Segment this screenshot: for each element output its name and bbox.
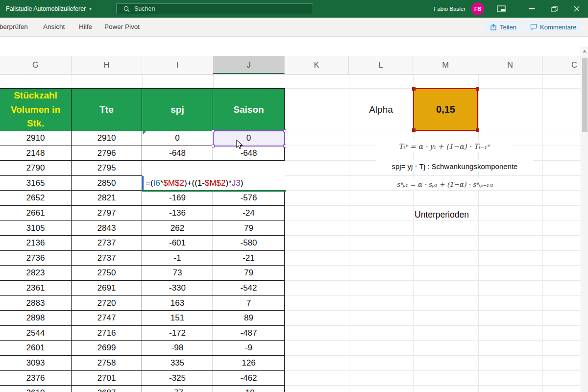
selection-handle[interactable] bbox=[212, 129, 215, 132]
table-cell-j[interactable]: 79 bbox=[213, 221, 285, 236]
vertical-scrollbar[interactable] bbox=[581, 47, 588, 392]
table-cell-h[interactable]: 2747 bbox=[72, 311, 142, 326]
column-header-n[interactable]: N bbox=[478, 56, 542, 74]
table-cell-j[interactable]: -576 bbox=[213, 191, 285, 206]
table-cell-g[interactable]: 2610 bbox=[0, 386, 72, 392]
table-cell-i[interactable]: 151 bbox=[142, 311, 213, 326]
table-header-stueckzahl[interactable]: Stückzahl Volumen in Stk. bbox=[0, 89, 72, 131]
selection-handle[interactable] bbox=[476, 87, 479, 91]
table-cell-i[interactable]: -330 bbox=[142, 281, 213, 296]
table-cell-j[interactable]: -9 bbox=[213, 341, 285, 356]
table-cell-g[interactable]: 2361 bbox=[0, 281, 72, 296]
table-cell-g[interactable]: 2376 bbox=[0, 371, 72, 386]
table-cell-g[interactable]: 2601 bbox=[0, 341, 72, 356]
column-header-j-selected[interactable]: J bbox=[213, 56, 285, 74]
selection-handle[interactable] bbox=[412, 87, 416, 91]
table-cell-g[interactable]: 2883 bbox=[0, 296, 72, 311]
table-cell-i[interactable]: 0 bbox=[142, 131, 213, 146]
table-cell-g[interactable]: 3105 bbox=[0, 221, 72, 236]
equation-season[interactable]: sᵉₚ₁ = α · sₚ₁ + (1−α) · sᵉ₍ₚ₋₁₎₁ bbox=[385, 178, 505, 190]
table-header-spj[interactable]: spj bbox=[142, 89, 213, 131]
table-cell-g[interactable]: 2136 bbox=[0, 236, 72, 251]
ribbon-tab-hilfe[interactable]: Hilfe bbox=[79, 18, 92, 36]
table-cell-i[interactable]: -601 bbox=[142, 236, 213, 251]
table-cell-j[interactable]: -21 bbox=[213, 251, 285, 266]
table-cell-g[interactable]: 2544 bbox=[0, 326, 72, 341]
table-cell-g[interactable]: 2910 bbox=[0, 131, 72, 146]
table-cell-i[interactable]: -325 bbox=[142, 371, 213, 386]
table-cell-j[interactable]: -10 bbox=[213, 386, 285, 392]
workbook-title-menu[interactable]: Fallstudie Automobilzulieferer ▾ bbox=[6, 0, 92, 18]
table-cell-h[interactable]: 2821 bbox=[72, 191, 142, 206]
table-header-tte[interactable]: Tte bbox=[72, 89, 142, 131]
table-cell-g[interactable]: 2736 bbox=[0, 251, 72, 266]
table-cell-g[interactable]: 2898 bbox=[0, 311, 72, 326]
table-cell-i[interactable]: -648 bbox=[142, 146, 213, 161]
table-cell-i[interactable]: 163 bbox=[142, 296, 213, 311]
table-cell-g[interactable]: 2790 bbox=[0, 161, 72, 176]
column-header-i[interactable]: I bbox=[142, 56, 213, 74]
table-cell-g[interactable]: 2823 bbox=[0, 266, 72, 281]
share-button[interactable]: Teilen bbox=[485, 21, 521, 33]
table-cell-j[interactable]: -580 bbox=[213, 236, 285, 251]
table-cell-h[interactable]: 2843 bbox=[72, 221, 142, 236]
table-cell-j[interactable]: 89 bbox=[213, 311, 285, 326]
table-cell-i[interactable]: -136 bbox=[142, 206, 213, 221]
table-cell-h[interactable]: 2737 bbox=[72, 236, 142, 251]
column-header-m[interactable]: M bbox=[413, 56, 478, 74]
table-cell-h[interactable]: 2797 bbox=[72, 206, 142, 221]
table-cell-j[interactable]: 7 bbox=[213, 296, 285, 311]
table-cell-i[interactable]: 262 bbox=[142, 221, 213, 236]
table-cell-h[interactable]: 2687 bbox=[72, 386, 142, 392]
table-cell-i[interactable]: 335 bbox=[142, 356, 213, 371]
scrollbar-thumb[interactable] bbox=[582, 58, 588, 132]
selection-handle[interactable] bbox=[283, 145, 286, 147]
table-cell-g[interactable]: 3165 bbox=[0, 176, 72, 191]
table-cell-i[interactable]: 73 bbox=[142, 266, 213, 281]
table-cell-h[interactable]: 2795 bbox=[72, 161, 142, 176]
table-cell-h[interactable]: 2720 bbox=[72, 296, 142, 311]
table-cell-h[interactable]: 2691 bbox=[72, 281, 142, 296]
table-cell-h[interactable]: 2750 bbox=[72, 266, 142, 281]
table-cell-g[interactable]: 2652 bbox=[0, 191, 72, 206]
search-input[interactable]: Suchen bbox=[116, 3, 313, 14]
table-cell-j[interactable]: -462 bbox=[213, 371, 285, 386]
table-cell-j[interactable]: -487 bbox=[213, 326, 285, 341]
selection-handle[interactable] bbox=[476, 128, 479, 132]
table-cell-g[interactable]: 2148 bbox=[0, 146, 72, 161]
formula-text[interactable]: =(I6*$M$2)+((1-$M$2)*J3) bbox=[146, 176, 247, 191]
ribbon-tab-power-pivot[interactable]: Power Pivot bbox=[104, 18, 140, 36]
selection-handle[interactable] bbox=[283, 129, 286, 132]
column-header-h[interactable]: H bbox=[72, 56, 142, 74]
alpha-label-cell[interactable]: Alpha bbox=[349, 89, 413, 130]
unterperioden-label[interactable]: Unterperioden bbox=[415, 207, 488, 222]
referenced-cell-outline-j3[interactable] bbox=[213, 130, 285, 147]
table-cell-j[interactable]: 126 bbox=[213, 356, 285, 371]
table-cell-i[interactable]: -77 bbox=[142, 386, 213, 392]
table-cell-h[interactable]: 2701 bbox=[72, 371, 142, 386]
table-cell-h[interactable]: 2716 bbox=[72, 326, 142, 341]
table-cell-h[interactable]: 2737 bbox=[72, 251, 142, 266]
table-cell-j[interactable]: -542 bbox=[213, 281, 285, 296]
comments-button[interactable]: Kommentare bbox=[525, 21, 581, 33]
equation-spj[interactable]: spj= yj - Tj : Schwankungskomponente bbox=[376, 160, 533, 172]
ribbon-tab-ansicht[interactable]: Ansicht bbox=[43, 18, 65, 36]
avatar[interactable]: FB bbox=[471, 2, 484, 15]
table-cell-i[interactable]: -98 bbox=[142, 341, 213, 356]
table-cell-j[interactable]: 79 bbox=[213, 266, 285, 281]
table-cell-i[interactable] bbox=[142, 161, 213, 176]
table-cell-h[interactable]: 2910 bbox=[72, 131, 142, 146]
selection-handle[interactable] bbox=[412, 128, 416, 132]
table-cell-j[interactable]: -648 bbox=[213, 146, 285, 161]
ribbon-display-options-button[interactable] bbox=[490, 0, 513, 18]
table-cell-g[interactable]: 2661 bbox=[0, 206, 72, 221]
equation-trend[interactable]: Tₜᵉ = α · yₜ + (1−α) · Tₜ₋₁ᵉ bbox=[376, 141, 512, 152]
column-header-l[interactable]: L bbox=[349, 56, 413, 74]
scrollbar-up-button[interactable] bbox=[581, 47, 588, 56]
table-cell-h[interactable]: 2850 bbox=[72, 176, 142, 191]
minimize-button[interactable] bbox=[520, 0, 543, 18]
close-button[interactable] bbox=[565, 0, 588, 18]
alpha-value-cell[interactable]: 0,15 bbox=[413, 88, 478, 131]
restore-button[interactable] bbox=[543, 0, 565, 18]
table-header-saison[interactable]: Saison bbox=[213, 89, 285, 131]
